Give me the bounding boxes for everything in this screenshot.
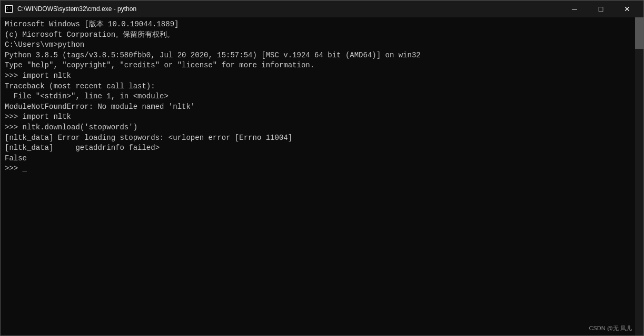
cmd-icon bbox=[5, 5, 13, 13]
terminal-line: >>> _ bbox=[5, 164, 639, 174]
scrollbar-thumb[interactable] bbox=[635, 17, 643, 49]
maximize-button[interactable]: □ bbox=[589, 2, 613, 16]
terminal-line: >>> nltk.download('stopwords') bbox=[5, 123, 639, 133]
terminal-output: Microsoft Windows [版本 10.0.19044.1889](c… bbox=[5, 19, 639, 174]
terminal-line: Type "help", "copyright", "credits" or "… bbox=[5, 60, 639, 71]
terminal-line: False bbox=[5, 154, 639, 164]
title-bar-left: C:\WINDOWS\system32\cmd.exe - python bbox=[5, 5, 136, 13]
close-button[interactable]: ✕ bbox=[615, 2, 639, 16]
watermark: CSDN @无 凤儿 bbox=[589, 324, 632, 332]
terminal-body[interactable]: Microsoft Windows [版本 10.0.19044.1889](c… bbox=[1, 17, 643, 335]
terminal-line: Python 3.8.5 (tags/v3.8.5:580fbb0, Jul 2… bbox=[5, 50, 639, 61]
minimize-button[interactable]: ─ bbox=[562, 2, 587, 16]
scrollbar[interactable] bbox=[635, 17, 643, 335]
terminal-line: (c) Microsoft Corporation。保留所有权利。 bbox=[5, 30, 639, 40]
window-title: C:\WINDOWS\system32\cmd.exe - python bbox=[17, 5, 136, 13]
terminal-line: [nltk_data] getaddrinfo failed> bbox=[5, 143, 639, 154]
terminal-line: >>> import nltk bbox=[5, 112, 639, 123]
terminal-line: Microsoft Windows [版本 10.0.19044.1889] bbox=[5, 19, 639, 30]
title-bar-controls: ─ □ ✕ bbox=[562, 2, 639, 16]
terminal-line: [nltk_data] Error loading stopwords: <ur… bbox=[5, 133, 639, 144]
terminal-line: >>> import nltk bbox=[5, 71, 639, 82]
terminal-line: File "<stdin>", line 1, in <module> bbox=[5, 91, 639, 102]
title-bar: C:\WINDOWS\system32\cmd.exe - python ─ □… bbox=[1, 1, 643, 17]
terminal-line: ModuleNotFoundError: No module named 'nl… bbox=[5, 102, 639, 113]
terminal-line: C:\Users\vm>python bbox=[5, 40, 639, 50]
terminal-line: Traceback (most recent call last): bbox=[5, 82, 639, 92]
cmd-window: C:\WINDOWS\system32\cmd.exe - python ─ □… bbox=[0, 0, 644, 336]
